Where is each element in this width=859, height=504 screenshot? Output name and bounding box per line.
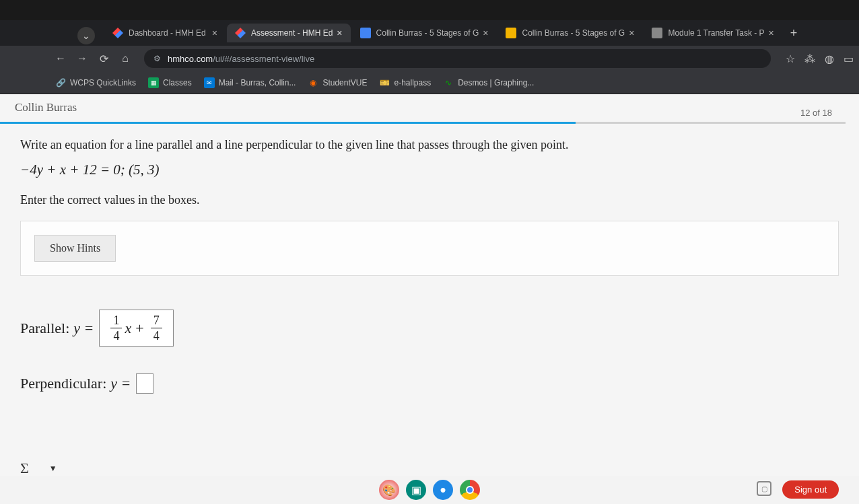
tab-title: Collin Burras - 5 Stages of G — [522, 28, 625, 38]
url-path: /ui/#/assessment-view/live — [213, 54, 314, 64]
hmh-icon — [112, 28, 123, 38]
close-icon[interactable]: × — [769, 28, 774, 38]
parallel-answer-row: Parallel: y = 1 4 x + 7 4 — [20, 310, 839, 347]
math-toolbar: Σ ▼ — [20, 460, 57, 477]
desmos-icon: ∿ — [443, 77, 454, 88]
bookmark-studentvue[interactable]: ◉ StudentVUE — [308, 77, 367, 88]
forward-button[interactable]: → — [75, 52, 89, 65]
sub-instruction: Enter the correct values in the boxes. — [20, 193, 839, 207]
parallel-input[interactable]: 1 4 x + 7 4 — [99, 310, 173, 347]
show-hints-button[interactable]: Show Hints — [34, 235, 116, 262]
new-tab-button[interactable]: + — [784, 26, 804, 40]
screen-icon[interactable]: ▢ — [757, 481, 771, 496]
tab-search-button[interactable]: ⌄ — [77, 27, 95, 44]
home-button[interactable]: ⌂ — [118, 52, 132, 65]
app-icon-3[interactable]: ● — [433, 480, 453, 500]
url-input[interactable]: ⚙ hmhco.com/ui/#/assessment-view/live — [144, 49, 771, 68]
close-icon[interactable]: × — [337, 28, 342, 38]
var-x: x — [125, 320, 131, 337]
tab-module[interactable]: Module 1 Transfer Task - P × — [644, 24, 782, 42]
docs-icon — [360, 28, 371, 38]
mail-icon: ✉ — [204, 77, 215, 88]
tab-title: Dashboard - HMH Ed — [129, 28, 208, 38]
question-instruction: Write an equation for a line parallel an… — [20, 138, 839, 152]
cast-icon[interactable]: ▭ — [844, 52, 854, 65]
sigma-button[interactable]: Σ — [20, 460, 29, 477]
y-equals: y = — [110, 375, 131, 392]
fraction-1: 1 4 — [110, 314, 122, 342]
close-icon[interactable]: × — [629, 28, 634, 38]
os-taskbar: 🎨 ▣ ● — [0, 476, 859, 504]
bookmarks-bar: 🔗 WCPS QuickLinks ▦ Classes ✉ Mail - Bur… — [0, 71, 859, 94]
chevron-down-icon: ⌄ — [82, 30, 90, 41]
progress-fill — [0, 122, 576, 124]
tab-dashboard[interactable]: Dashboard - HMH Ed × — [104, 24, 226, 42]
classes-icon: ▦ — [148, 77, 159, 88]
app-icon-1[interactable]: 🎨 — [379, 480, 399, 500]
given-equation: −4y + x + 12 = 0; (5, 3) — [20, 161, 839, 178]
toolbar-dropdown[interactable]: ▼ — [49, 464, 57, 473]
close-icon[interactable]: × — [483, 28, 488, 38]
reload-button[interactable]: ⟳ — [97, 52, 110, 65]
bookmark-ehallpass[interactable]: 🎫 e-hallpass — [379, 77, 431, 88]
tab-assessment[interactable]: Assessment - HMH Ed × — [227, 24, 351, 42]
tab-doc-1[interactable]: Collin Burras - 5 Stages of G × — [352, 24, 497, 42]
site-settings-icon[interactable]: ⚙ — [153, 54, 161, 63]
link-icon: 🔗 — [55, 77, 66, 88]
studentvue-icon: ◉ — [308, 77, 318, 88]
bookmark-mail[interactable]: ✉ Mail - Burras, Collin... — [204, 77, 296, 88]
os-top-bar — [0, 0, 859, 20]
bookmark-label: Classes — [163, 78, 192, 87]
y-equals: y = — [73, 320, 94, 337]
perpendicular-answer-row: Perpendicular: y = — [20, 373, 839, 394]
bookmark-classes[interactable]: ▦ Classes — [148, 77, 192, 88]
slides-icon — [506, 28, 516, 38]
address-bar: ← → ⟳ ⌂ ⚙ hmhco.com/ui/#/assessment-view… — [0, 46, 859, 71]
tab-title: Collin Burras - 5 Stages of G — [376, 28, 479, 38]
question-progress: 12 of 18 — [800, 101, 846, 118]
back-button[interactable]: ← — [54, 52, 67, 65]
tab-doc-2[interactable]: Collin Burras - 5 Stages of G × — [497, 24, 642, 42]
assessment-header: Collin Burras 12 of 18 — [0, 94, 859, 122]
bookmark-label: e-hallpass — [394, 78, 431, 87]
ehallpass-icon: 🎫 — [379, 77, 390, 88]
tab-title: Module 1 Transfer Task - P — [668, 28, 764, 38]
hmh-icon — [235, 28, 246, 38]
hints-panel: Show Hints — [20, 221, 839, 276]
perpendicular-label: Perpendicular: — [20, 375, 106, 392]
url-domain: hmhco.com — [168, 54, 213, 64]
profile-icon[interactable]: ◍ — [825, 52, 834, 65]
perpendicular-input[interactable] — [136, 373, 153, 394]
parallel-label: Parallel: — [20, 320, 69, 337]
bookmark-wcps[interactable]: 🔗 WCPS QuickLinks — [55, 77, 136, 88]
bookmark-label: Mail - Burras, Collin... — [219, 78, 296, 87]
bookmark-desmos[interactable]: ∿ Desmos | Graphing... — [443, 77, 534, 88]
star-icon[interactable]: ☆ — [786, 52, 795, 65]
generic-icon — [652, 28, 662, 38]
plus-op: + — [135, 320, 143, 337]
browser-tabs: ⌄ Dashboard - HMH Ed × Assessment - HMH … — [0, 20, 859, 46]
sign-out-button[interactable]: Sign out — [782, 480, 839, 499]
bookmark-label: Desmos | Graphing... — [458, 78, 534, 87]
question-body: Write an equation for a line parallel an… — [0, 138, 859, 394]
bookmark-label: StudentVUE — [322, 78, 367, 87]
student-name: Collin Burras — [15, 101, 77, 118]
chrome-icon[interactable] — [460, 480, 480, 500]
extensions-icon[interactable]: ⁂ — [804, 52, 815, 65]
tab-title: Assessment - HMH Ed — [251, 28, 333, 38]
bookmark-label: WCPS QuickLinks — [70, 78, 136, 87]
close-icon[interactable]: × — [212, 28, 217, 38]
page-content: Collin Burras 12 of 18 Write an equation… — [0, 94, 859, 504]
fraction-2: 7 4 — [151, 314, 162, 342]
progress-bar — [0, 122, 859, 126]
app-icon-2[interactable]: ▣ — [406, 480, 426, 500]
